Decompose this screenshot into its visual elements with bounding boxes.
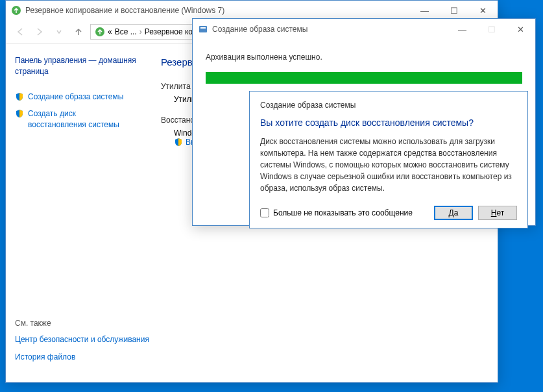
minimize-button[interactable]: — — [448, 19, 477, 39]
image-icon — [198, 24, 208, 34]
see-also-section: См. также Центр безопасности и обслужива… — [15, 319, 149, 369]
forward-button[interactable] — [32, 24, 47, 40]
back-button[interactable] — [12, 24, 28, 40]
sidebar-link-file-history[interactable]: История файлов — [15, 352, 149, 363]
dont-show-checkbox[interactable]: Больше не показывать это сообщение — [260, 208, 429, 217]
sidebar-link-label: История файлов — [15, 352, 75, 363]
see-also-header: См. также — [15, 319, 149, 328]
progress-status: Архивация выполнена успешно. — [206, 53, 522, 62]
up-button[interactable] — [71, 24, 86, 40]
svg-rect-2 — [199, 26, 207, 32]
yes-label-rest: а — [454, 208, 459, 217]
dialog-footer: Больше не показывать это сообщение Да Не… — [260, 206, 517, 220]
breadcrumb-sep: › — [139, 27, 142, 36]
minimize-button[interactable]: — — [410, 1, 439, 20]
backup-icon — [11, 5, 21, 16]
backup-icon — [95, 27, 105, 37]
checkbox-label: Больше не показывать это сообщение — [273, 208, 413, 217]
maximize-button: ☐ — [477, 19, 506, 39]
maximize-button[interactable]: ☐ — [439, 1, 468, 20]
shield-icon — [15, 109, 24, 118]
dialog-description: Диск восстановления системы можно исполь… — [260, 136, 517, 194]
dialog-body: Создание образа системы Вы хотите создат… — [250, 92, 527, 228]
progress-title: Создание образа системы — [212, 25, 448, 34]
history-dropdown[interactable] — [51, 24, 67, 40]
control-panel-home-link[interactable]: Панель управления — домашняя страница — [15, 55, 136, 77]
shield-icon — [174, 138, 183, 147]
main-title: Резервное копирование и восстановление (… — [25, 6, 410, 15]
recovery-disk-prompt: Создание образа системы Вы хотите создат… — [249, 91, 528, 228]
checkbox-input[interactable] — [260, 208, 269, 217]
dialog-question: Вы хотите создать диск восстановления си… — [260, 117, 517, 128]
progress-body: Архивация выполнена успешно. — [193, 40, 535, 97]
sidebar-link-security[interactable]: Центр безопасности и обслуживания — [15, 334, 149, 345]
breadcrumb-sep: « — [108, 27, 112, 36]
sidebar: Панель управления — домашняя страница Со… — [6, 43, 145, 382]
no-button[interactable]: Нет — [478, 206, 517, 220]
progress-bar — [206, 72, 522, 84]
sidebar-link-label: Центр безопасности и обслуживания — [15, 334, 149, 345]
progress-titlebar: Создание образа системы — ☐ ✕ — [193, 19, 535, 40]
sidebar-link-create-image[interactable]: Создание образа системы — [15, 92, 136, 103]
main-titlebar: Резервное копирование и восстановление (… — [6, 1, 498, 20]
shield-icon — [15, 92, 24, 101]
window-controls: — ☐ ✕ — [448, 19, 535, 39]
close-button[interactable]: ✕ — [468, 1, 498, 20]
close-button[interactable]: ✕ — [506, 19, 535, 39]
yes-button[interactable]: Да — [434, 206, 473, 220]
window-controls: — ☐ ✕ — [410, 1, 498, 20]
sidebar-link-label: Создать диск восстановления системы — [28, 108, 136, 130]
dialog-caption: Создание образа системы — [260, 101, 517, 110]
breadcrumb-item[interactable]: Все ... — [115, 27, 137, 36]
sidebar-link-create-recovery-disk[interactable]: Создать диск восстановления системы — [15, 108, 136, 130]
svg-rect-3 — [200, 27, 206, 29]
no-label-rest: ет — [496, 208, 504, 217]
sidebar-link-label: Создание образа системы — [28, 92, 123, 103]
